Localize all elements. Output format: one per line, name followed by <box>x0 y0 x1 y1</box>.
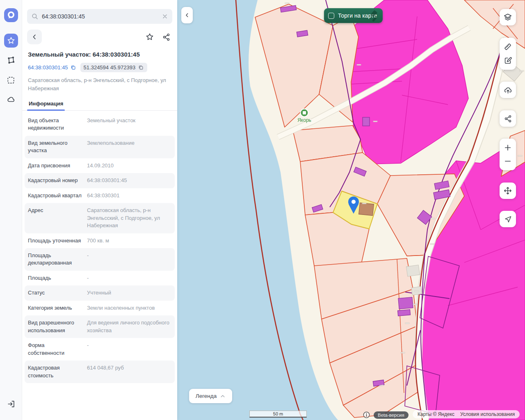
terms-link[interactable]: Условия использования <box>460 411 515 417</box>
field-label: Кадастровый номер <box>28 177 82 184</box>
legend-button[interactable]: Легенда <box>189 389 232 403</box>
info-row: Форма собственности - <box>25 338 175 361</box>
zoom-in-button[interactable] <box>504 144 512 152</box>
star-icon <box>7 36 16 45</box>
tab-bar: Информация <box>22 98 177 111</box>
share-button[interactable] <box>160 31 172 43</box>
beta-group: Beta-версия <box>363 411 409 419</box>
measure-edit-group <box>500 38 516 70</box>
scale-bar: 50 m <box>249 411 307 418</box>
field-value: Для ведения личного подсобного хозяйства <box>87 319 171 334</box>
cadastral-number-text: 64:38:030301:45 <box>28 64 68 71</box>
field-value: Землепользование <box>87 139 171 155</box>
field-value: - <box>87 252 171 267</box>
identifier-row: 64:38:030301:45 51.324594 45.972393 <box>28 63 171 72</box>
field-value: 700 кв. м <box>87 237 171 244</box>
sign-in-button[interactable] <box>4 397 18 411</box>
copy-icon[interactable] <box>138 64 144 71</box>
share-icon <box>504 114 512 123</box>
favorite-button[interactable] <box>144 31 156 43</box>
search-icon <box>31 13 39 20</box>
checkbox-icon[interactable] <box>328 13 334 19</box>
info-row: Адрес Саратовская область, р-н Энгельсск… <box>25 203 175 233</box>
zoom-controls <box>500 139 516 170</box>
info-row: Кадастровый квартал 64:38:030301 <box>25 188 175 203</box>
sidebar-item-polygon[interactable] <box>4 53 18 67</box>
chevron-up-icon <box>220 393 226 399</box>
layers-icon <box>503 13 512 22</box>
field-label: Вид земельного участка <box>28 139 82 155</box>
search-bar <box>27 9 172 24</box>
chevron-left-icon <box>31 33 38 41</box>
field-label: Категория земель <box>28 304 82 312</box>
field-label: Площадь декларированная <box>28 252 82 267</box>
pan-button[interactable] <box>500 183 516 199</box>
field-label: Вид разрешенного использования <box>28 319 82 334</box>
info-row: Площадь декларированная - <box>25 248 175 271</box>
icon-rail <box>0 0 22 420</box>
cloud-upload-icon <box>503 85 513 95</box>
field-value: Земли населенных пунктов <box>87 304 171 312</box>
info-table: Вид объекта недвижимости Земельный участ… <box>22 111 177 383</box>
layers-button[interactable] <box>500 9 516 25</box>
info-panel: Земельный участок: 64:38:030301:45 64:38… <box>22 0 177 420</box>
tab-information[interactable]: Информация <box>28 98 64 110</box>
sidebar-item-cloud[interactable] <box>4 93 18 107</box>
map-canvas[interactable]: Якорь Торги на карте <box>177 0 525 420</box>
app-logo-icon <box>6 10 16 20</box>
field-label: Площадь уточненная <box>28 237 82 244</box>
info-row: Вид разрешенного использования Для веден… <box>25 315 175 338</box>
copy-icon[interactable] <box>70 64 76 71</box>
ruler-icon[interactable] <box>503 42 512 51</box>
share-icon <box>162 33 171 41</box>
field-label: Дата присвоения <box>28 162 82 169</box>
field-value: Саратовская область, р-н Энгельсский, с … <box>87 207 171 229</box>
field-value: - <box>87 274 171 282</box>
sidebar-item-area-select[interactable] <box>4 73 18 87</box>
zoom-out-button[interactable] <box>504 157 512 165</box>
map-geometry <box>177 0 525 420</box>
sidebar-item-favorites[interactable] <box>4 34 18 48</box>
address-text: Саратовская область, р-н Энгельсский, с … <box>28 76 171 92</box>
field-value: Земельный участок <box>87 117 171 132</box>
field-label: Кадастровый квартал <box>28 192 82 199</box>
field-value: 14.09.2010 <box>87 162 171 169</box>
field-label: Адрес <box>28 207 82 229</box>
app-logo[interactable] <box>4 8 18 22</box>
map-share-button[interactable] <box>500 110 516 127</box>
info-icon[interactable] <box>363 411 370 419</box>
area-select-icon <box>6 75 16 85</box>
info-row: Категория земель Земли населенных пункто… <box>25 301 175 315</box>
legend-label: Легенда <box>196 393 217 399</box>
locate-button[interactable] <box>500 211 516 227</box>
field-label: Площадь <box>28 274 82 282</box>
field-label: Кадастровая стоимость <box>28 364 82 379</box>
collapse-panel-button[interactable] <box>181 7 193 23</box>
copyright-text[interactable]: Карты © Яндекс <box>418 411 454 417</box>
polygon-draw-icon <box>6 55 16 65</box>
field-value: 614 048,67 руб <box>87 364 171 379</box>
selected-building <box>359 203 374 215</box>
cloud-icon <box>6 95 16 105</box>
coordinates-chip[interactable]: 51.324594 45.972393 <box>80 63 148 72</box>
upload-button[interactable] <box>500 82 516 98</box>
field-label: Вид объекта недвижимости <box>28 117 82 132</box>
cadastral-number-link[interactable]: 64:38:030301:45 <box>28 64 76 71</box>
info-row: Вид объекта недвижимости Земельный участ… <box>25 113 175 136</box>
poi-icon <box>301 109 308 117</box>
auctions-toggle-button[interactable]: Торги на карте <box>324 8 383 23</box>
sign-in-icon <box>7 399 16 409</box>
gavel-icon <box>367 9 381 23</box>
beta-badge: Beta-версия <box>374 411 409 419</box>
clear-search-icon[interactable] <box>162 13 168 20</box>
locate-arrow-icon <box>504 215 512 224</box>
field-value: 64:38:030301 <box>87 192 171 199</box>
edit-icon[interactable] <box>503 56 512 65</box>
field-label: Статус <box>28 289 82 297</box>
page-title: Земельный участок: 64:38:030301:45 <box>28 51 171 58</box>
chevron-left-icon <box>184 12 190 18</box>
info-row: Кадастровый номер 64:38:030301:45 <box>25 173 175 188</box>
back-button[interactable] <box>27 30 42 44</box>
search-input[interactable] <box>42 13 158 20</box>
coordinates-text: 51.324594 45.972393 <box>84 64 136 71</box>
